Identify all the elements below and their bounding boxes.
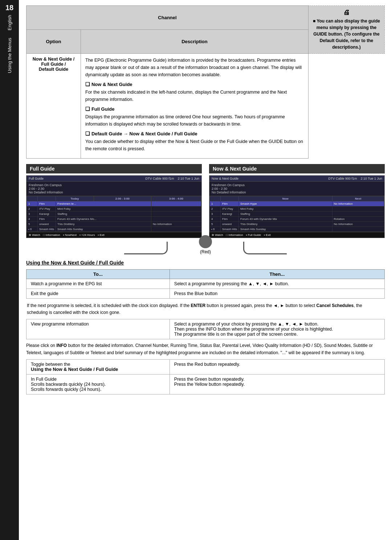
full-guide-title-bar: Full Guide [26,164,202,173]
view-to: View programme information [26,319,170,339]
option-header: Option [26,30,81,54]
sidebar-english-label: English [7,15,12,30]
toggle-label-1: Toggle between the [31,362,165,367]
full-guide-table: Today 2:00 - 3:00 3:00 - 4:00 1FilmFresh… [26,196,201,232]
now-next-text: For the six channels indicated in the le… [85,89,304,103]
arrow-right [243,242,287,254]
default-guide-text: You can decide whether to display either… [85,138,304,152]
sidebar-menus-label: Using the Menus [7,38,12,73]
infg-then-1: Press the Green button repeatedly. [174,377,380,382]
full-guide-screenshot: Full Guide DTV Cable 900 f1m 2:10 Tue 1 … [26,175,202,238]
table-row: 2ITV PlayMint Folky [210,206,384,212]
toggle-right: Press the Red button repeatedly. [170,359,384,374]
row1-then: Select a programme by pressing the ▲, ▼,… [170,279,384,289]
infg-label-3: Scrolls forwards quickly (24 hours). [31,387,165,392]
table-row: 4FilmForum 43 with Dynamite MixRotation [210,217,384,222]
using-section: Using the Now & Next Guide / Full Guide … [26,260,385,394]
option-cell: Now & Next Guide / Full Guide / Default … [26,54,81,159]
description-cell: The EPG (Electronic Programme Guide) inf… [81,54,309,159]
bottom-table: Toggle between the Using the Now & Next … [26,359,385,394]
full-guide-time: DTV Cable 900 f1m 2:10 Tue 1 Jun [145,177,199,180]
table-row: 1FilmSmash HypeNo Information [210,201,384,206]
infg-label-2: Scrolls backwards quickly (24 hours). [31,382,165,387]
using-heading: Using the Now & Next Guide / Full Guide [26,260,385,266]
view-then: Select a programme of your choice by pre… [170,319,384,339]
option-text-line2: Full Guide / [41,62,66,67]
arrow-container: (Red) [26,235,385,254]
now-next-guide-box: Now & Next Guide Now & Next Guide DTV Ca… [209,164,385,238]
guides-section: Full Guide Full Guide DTV Cable 900 f1m … [26,164,385,238]
usage-row-1: Watch a programme in the EPG list Select… [26,279,385,289]
infg-then-2: Press the Yellow button repeatedly. [174,382,380,387]
option-text-line1: Now & Next Guide / [33,57,74,62]
page-container: 18 English Using the Menus Channel 🖨 ■ Y… [0,0,392,540]
row1-to: Watch a programme in the EPG list [26,279,170,289]
table-row: 1FilmFreshmen te... [27,201,201,206]
arrow-left [124,242,168,254]
table-row: 3KarangiStaffing [210,212,384,217]
option-text-line3: Default Guide [39,67,68,72]
usage-row-2: Exit the guide Press the Blue button [26,289,385,299]
description-intro: The EPG (Electronic Programme Guide) inf… [85,57,304,78]
table-row: • 6Smash HitsSmash Hits Sunday [210,227,384,232]
default-guide-section: Default Guide → Now & Next Guide / Full … [85,131,304,152]
now-next-header-label: Now & Next Guide [212,177,238,180]
full-guide-title: Full Guide [85,106,304,112]
channel-header: Channel [26,6,309,30]
toggle-label-2: Using the Now & Next Guide / Full Guide [31,367,165,372]
table-row: 5onwardThis DistilleryNo Information [27,222,201,227]
full-guide-section: Full Guide Displays the programme inform… [85,106,304,128]
infg-left: In Full Guide Scrolls backwards quickly … [26,374,170,394]
view-then-1: Select a programme of your choice by pre… [174,322,380,327]
toggle-left: Toggle between the Using the Now & Next … [26,359,170,374]
usage-table: To... Then... Watch a programme in the E… [26,269,385,299]
table-row: 4FilmForum 43 with Dynamics Mo... [27,217,201,222]
toggle-row: Toggle between the Using the Now & Next … [26,359,385,374]
table-row: 2ITV PlayMint Folky [27,206,201,212]
infg-label-1: In Full Guide [31,377,165,382]
table-row: 3KarangiStaffing [27,212,201,217]
red-button-label: (Red) [200,249,211,254]
now-next-title: Now & Next Guide [85,81,304,87]
red-button-icon [199,235,212,248]
infg-right: Press the Green button repeatedly. Press… [170,374,384,394]
now-next-section: Now & Next Guide For the six channels in… [85,81,304,103]
col-then-header: Then... [170,270,384,279]
option-text: Now & Next Guide / Full Guide / Default … [31,57,76,72]
col-to-header: To... [26,270,170,279]
full-guide-screen-header: Full Guide DTV Cable 900 f1m 2:10 Tue 1 … [26,176,201,182]
note-cell: 🖨 ■ You can also display the guide menu … [309,6,385,54]
note-text-1: If the next programme is selected, it is… [27,303,362,315]
info-text: Please click on INFO button for the deta… [26,343,373,355]
full-guide-box: Full Guide Full Guide DTV Cable 900 f1m … [26,164,202,238]
page-number: 18 [5,4,13,12]
full-guide-text: Displays the programme information as ti… [85,113,304,128]
view-row: View programme information Select a prog… [26,319,385,339]
row2-then: Press the Blue button [170,289,384,299]
note-text: ■ You can also display the guide menu si… [311,18,381,50]
channel-table: Channel 🖨 ■ You can also display the gui… [26,5,385,159]
now-next-info: Freshmen On Campus 2:00 - 2:30 No Detail… [209,182,384,196]
now-next-title-bar: Now & Next Guide [209,164,385,173]
now-next-screen-header: Now & Next Guide DTV Cable 900 f1m 2:10 … [209,176,384,182]
now-next-table: Now Next 1FilmSmash HypeNo Information 2… [209,196,384,232]
full-guide-info: Freshmen On Campus 2:00 - 2:30 No Detail… [26,182,201,196]
note-icon: 🖨 [311,9,381,16]
sidebar: 18 English Using the Menus [0,0,19,540]
red-button-wrapper: (Red) [199,235,212,254]
note-paragraph-1: If the next programme is selected, it is… [26,302,385,316]
now-next-screenshot: Now & Next Guide DTV Cable 900 f1m 2:10 … [209,175,385,238]
view-then-2: Then press the INFO button when the prog… [174,327,380,332]
now-next-time: DTV Cable 900 f1m 2:10 Tue 1 Jun [328,177,382,180]
table-row: • 6Smash HitsSmash Hits Sunday [27,227,201,232]
table-row: 5onwardThis DistilleryNo Information [210,222,384,227]
info-paragraph: Please click on INFO button for the deta… [26,342,385,356]
full-guide-header-label: Full Guide [29,177,44,180]
description-header: Description [81,30,309,54]
view-then-3: The programme title is on the upper part… [174,332,380,337]
infg-row: In Full Guide Scrolls backwards quickly … [26,374,385,394]
view-table: View programme information Select a prog… [26,319,385,339]
default-guide-title: Default Guide → Now & Next Guide / Full … [85,131,304,136]
row2-to: Exit the guide [26,289,170,299]
main-content: Channel 🖨 ■ You can also display the gui… [19,0,392,540]
